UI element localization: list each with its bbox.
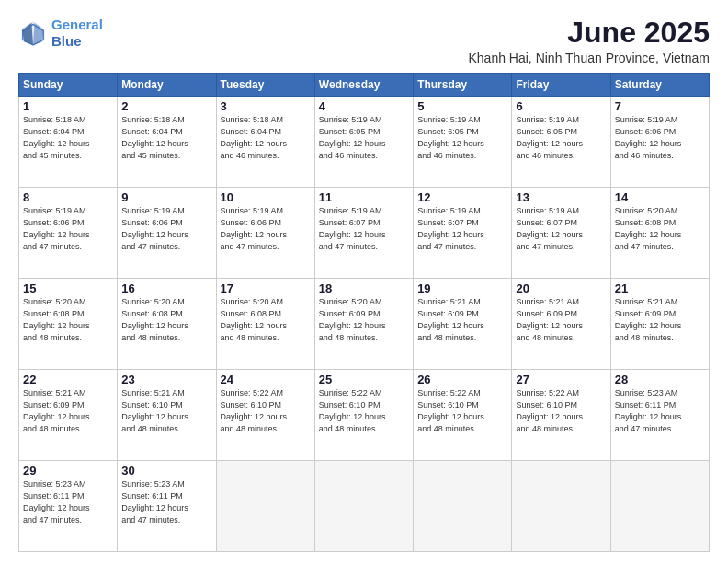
calendar-day-cell: 7Sunrise: 5:19 AMSunset: 6:06 PMDaylight… [610,97,709,188]
calendar-day-cell: 3Sunrise: 5:18 AMSunset: 6:04 PMDaylight… [216,97,314,188]
calendar-day-cell [414,461,512,552]
calendar-day-cell: 17Sunrise: 5:20 AMSunset: 6:08 PMDayligh… [216,279,314,370]
calendar-day-cell: 20Sunrise: 5:21 AMSunset: 6:09 PMDayligh… [512,279,610,370]
calendar-day-cell: 21Sunrise: 5:21 AMSunset: 6:09 PMDayligh… [610,279,709,370]
day-number: 28 [615,373,705,386]
calendar-day-cell: 8Sunrise: 5:19 AMSunset: 6:06 PMDaylight… [19,188,118,279]
page: General Blue June 2025 Khanh Hai, Ninh T… [0,0,728,563]
calendar-day-cell: 24Sunrise: 5:22 AMSunset: 6:10 PMDayligh… [216,370,314,461]
calendar-day-cell: 4Sunrise: 5:19 AMSunset: 6:05 PMDaylight… [314,97,413,188]
calendar-header-day: Tuesday [216,74,314,97]
day-info: Sunrise: 5:20 AMSunset: 6:08 PMDaylight:… [221,296,311,344]
day-number: 23 [121,373,211,386]
calendar-header-row: SundayMondayTuesdayWednesdayThursdayFrid… [19,74,710,97]
day-info: Sunrise: 5:19 AMSunset: 6:07 PMDaylight:… [319,205,409,253]
day-info: Sunrise: 5:19 AMSunset: 6:05 PMDaylight:… [319,114,409,162]
day-info: Sunrise: 5:18 AMSunset: 6:04 PMDaylight:… [221,114,311,162]
day-number: 5 [417,99,507,113]
day-info: Sunrise: 5:19 AMSunset: 6:05 PMDaylight:… [417,114,507,162]
calendar-header-day: Wednesday [314,74,413,97]
day-number: 8 [23,190,113,204]
day-info: Sunrise: 5:21 AMSunset: 6:09 PMDaylight:… [615,296,705,344]
day-number: 4 [319,99,409,113]
day-number: 13 [516,190,606,204]
day-info: Sunrise: 5:19 AMSunset: 6:07 PMDaylight:… [516,205,606,253]
day-number: 27 [516,373,606,386]
calendar-day-cell: 26Sunrise: 5:22 AMSunset: 6:10 PMDayligh… [414,370,512,461]
day-info: Sunrise: 5:22 AMSunset: 6:10 PMDaylight:… [417,387,507,435]
calendar-table: SundayMondayTuesdayWednesdayThursdayFrid… [18,73,710,552]
calendar-day-cell: 18Sunrise: 5:20 AMSunset: 6:09 PMDayligh… [314,279,413,370]
day-info: Sunrise: 5:19 AMSunset: 6:06 PMDaylight:… [23,205,113,253]
day-info: Sunrise: 5:20 AMSunset: 6:08 PMDaylight:… [615,205,705,253]
day-number: 21 [615,282,705,295]
calendar-day-cell: 9Sunrise: 5:19 AMSunset: 6:06 PMDaylight… [118,188,216,279]
calendar-header-day: Friday [512,74,610,97]
day-number: 30 [121,464,211,477]
calendar-day-cell: 29Sunrise: 5:23 AMSunset: 6:11 PMDayligh… [19,461,118,552]
day-info: Sunrise: 5:21 AMSunset: 6:10 PMDaylight:… [121,387,211,435]
day-number: 19 [417,282,507,295]
calendar-day-cell: 6Sunrise: 5:19 AMSunset: 6:05 PMDaylight… [512,97,610,188]
calendar-header-day: Thursday [414,74,512,97]
day-number: 25 [319,373,409,386]
calendar-day-cell: 10Sunrise: 5:19 AMSunset: 6:06 PMDayligh… [216,188,314,279]
day-number: 7 [615,99,705,113]
calendar-day-cell: 13Sunrise: 5:19 AMSunset: 6:07 PMDayligh… [512,188,610,279]
logo: General Blue [18,17,103,50]
day-info: Sunrise: 5:22 AMSunset: 6:10 PMDaylight:… [221,387,311,435]
calendar-week-row: 8Sunrise: 5:19 AMSunset: 6:06 PMDaylight… [19,188,710,279]
day-number: 3 [221,99,311,113]
calendar-header-day: Sunday [19,74,118,97]
day-info: Sunrise: 5:20 AMSunset: 6:08 PMDaylight:… [121,296,211,344]
calendar-day-cell: 2Sunrise: 5:18 AMSunset: 6:04 PMDaylight… [118,97,216,188]
calendar-day-cell [314,461,413,552]
day-number: 16 [121,282,211,295]
day-number: 24 [221,373,311,386]
calendar-week-row: 22Sunrise: 5:21 AMSunset: 6:09 PMDayligh… [19,370,710,461]
logo-text: General Blue [51,17,103,50]
calendar-day-cell [610,461,709,552]
calendar-day-cell: 12Sunrise: 5:19 AMSunset: 6:07 PMDayligh… [414,188,512,279]
calendar-day-cell: 25Sunrise: 5:22 AMSunset: 6:10 PMDayligh… [314,370,413,461]
day-number: 12 [417,190,507,204]
day-info: Sunrise: 5:20 AMSunset: 6:08 PMDaylight:… [23,296,113,344]
day-info: Sunrise: 5:19 AMSunset: 6:06 PMDaylight:… [221,205,311,253]
day-info: Sunrise: 5:19 AMSunset: 6:07 PMDaylight:… [417,205,507,253]
day-number: 18 [319,282,409,295]
day-info: Sunrise: 5:22 AMSunset: 6:10 PMDaylight:… [319,387,409,435]
day-number: 1 [23,99,113,113]
day-number: 9 [121,190,211,204]
day-info: Sunrise: 5:19 AMSunset: 6:06 PMDaylight:… [615,114,705,162]
day-info: Sunrise: 5:21 AMSunset: 6:09 PMDaylight:… [417,296,507,344]
calendar-day-cell: 19Sunrise: 5:21 AMSunset: 6:09 PMDayligh… [414,279,512,370]
calendar-week-row: 29Sunrise: 5:23 AMSunset: 6:11 PMDayligh… [19,461,710,552]
day-number: 6 [516,99,606,113]
day-number: 20 [516,282,606,295]
day-info: Sunrise: 5:19 AMSunset: 6:05 PMDaylight:… [516,114,606,162]
calendar-day-cell: 16Sunrise: 5:20 AMSunset: 6:08 PMDayligh… [118,279,216,370]
calendar-day-cell: 1Sunrise: 5:18 AMSunset: 6:04 PMDaylight… [19,97,118,188]
calendar-week-row: 1Sunrise: 5:18 AMSunset: 6:04 PMDaylight… [19,97,710,188]
day-number: 11 [319,190,409,204]
day-info: Sunrise: 5:23 AMSunset: 6:11 PMDaylight:… [121,478,211,526]
calendar-header-day: Saturday [610,74,709,97]
day-number: 14 [615,190,705,204]
calendar-header-day: Monday [118,74,216,97]
calendar-day-cell: 14Sunrise: 5:20 AMSunset: 6:08 PMDayligh… [610,188,709,279]
main-title: June 2025 [468,17,710,49]
day-info: Sunrise: 5:22 AMSunset: 6:10 PMDaylight:… [516,387,606,435]
calendar-day-cell: 22Sunrise: 5:21 AMSunset: 6:09 PMDayligh… [19,370,118,461]
calendar-day-cell: 11Sunrise: 5:19 AMSunset: 6:07 PMDayligh… [314,188,413,279]
logo-icon [18,18,48,48]
day-number: 10 [221,190,311,204]
day-info: Sunrise: 5:19 AMSunset: 6:06 PMDaylight:… [121,205,211,253]
day-number: 17 [221,282,311,295]
title-block: June 2025 Khanh Hai, Ninh Thuan Province… [468,17,710,65]
day-info: Sunrise: 5:21 AMSunset: 6:09 PMDaylight:… [516,296,606,344]
day-number: 2 [121,99,211,113]
calendar-day-cell: 28Sunrise: 5:23 AMSunset: 6:11 PMDayligh… [610,370,709,461]
day-info: Sunrise: 5:23 AMSunset: 6:11 PMDaylight:… [615,387,705,435]
header: General Blue June 2025 Khanh Hai, Ninh T… [18,17,710,65]
calendar-day-cell: 15Sunrise: 5:20 AMSunset: 6:08 PMDayligh… [19,279,118,370]
